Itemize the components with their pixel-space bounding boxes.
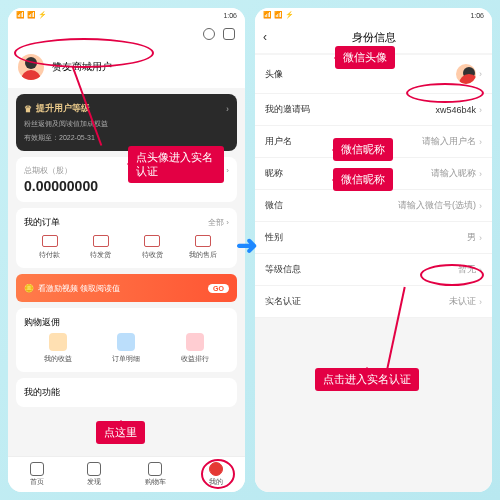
nav-home[interactable]: 首页 (30, 462, 44, 487)
username: 赞友商城用户 (52, 60, 112, 74)
order-pending-ship[interactable]: 待发货 (75, 235, 126, 260)
row-avatar[interactable]: 头像› (255, 55, 492, 94)
row-gender[interactable]: 性别男› (255, 222, 492, 254)
transition-arrow: ➜ (236, 230, 258, 261)
equity-card: 总期权（股）明细 › 0.00000000 (16, 157, 237, 202)
func-card: 我的功能 (16, 378, 237, 407)
user-row[interactable]: 赞友商城用户 (8, 46, 245, 88)
phone-right: 📶 📶 ⚡1:06 ‹ 身份信息 头像› 我的邀请码xw546b4k› 用户名请… (255, 8, 492, 492)
order-pending-recv[interactable]: 待收货 (127, 235, 178, 260)
crown-icon: ♛ (24, 104, 32, 114)
rebate-detail[interactable]: 订单明细 (112, 333, 140, 364)
chat-icon[interactable] (203, 28, 215, 40)
back-icon[interactable]: ‹ (263, 30, 267, 44)
row-realname[interactable]: 实名认证未认证› (255, 286, 492, 318)
info-list: 头像› 我的邀请码xw546b4k› 用户名请输入用户名› 昵称请输入昵称› 微… (255, 55, 492, 318)
video-banner[interactable]: 🪙 看激励视频 领取阅读值 GO (16, 274, 237, 302)
page-title: 身份信息 (352, 31, 396, 43)
row-level[interactable]: 等级信息暂无› (255, 254, 492, 286)
upgrade-card[interactable]: ♛提升用户等级› 粉丝返佣及阅读值加成权益 有效期至：2022-05-31 (16, 94, 237, 151)
bottom-nav: 首页 发现 购物车 我的 (8, 456, 245, 492)
app-home: 赞友商城用户 ♛提升用户等级› 粉丝返佣及阅读值加成权益 有效期至：2022-0… (8, 22, 245, 492)
nav-cart[interactable]: 购物车 (145, 462, 166, 487)
row-invite[interactable]: 我的邀请码xw546b4k› (255, 94, 492, 126)
scan-icon[interactable] (223, 28, 235, 40)
avatar-small (456, 64, 476, 84)
status-bar: 📶 📶 ⚡1:06 (255, 8, 492, 22)
orders-card: 我的订单全部 › 待付款 待发货 待收货 我的售后 (16, 208, 237, 268)
equity-value: 0.00000000 (24, 178, 229, 194)
rebate-rank[interactable]: 收益排行 (181, 333, 209, 364)
nav-discover[interactable]: 发现 (87, 462, 101, 487)
page-header: ‹ 身份信息 (255, 22, 492, 53)
row-username[interactable]: 用户名请输入用户名› (255, 126, 492, 158)
go-button[interactable]: GO (208, 284, 229, 293)
order-pending-pay[interactable]: 待付款 (24, 235, 75, 260)
row-nickname[interactable]: 昵称请输入昵称› (255, 158, 492, 190)
status-bar: 📶 📶 ⚡1:06 (8, 8, 245, 22)
phone-left: 📶 📶 ⚡1:06 赞友商城用户 ♛提升用户等级› 粉丝返佣及阅读值加成权益 有… (8, 8, 245, 492)
rebate-card: 购物返佣 我的收益 订单明细 收益排行 (16, 308, 237, 372)
coin-icon: 🪙 (24, 284, 34, 293)
rebate-income[interactable]: 我的收益 (44, 333, 72, 364)
order-aftersale[interactable]: 我的售后 (178, 235, 229, 260)
avatar[interactable] (18, 54, 44, 80)
row-wechat[interactable]: 微信请输入微信号(选填)› (255, 190, 492, 222)
nav-mine[interactable]: 我的 (209, 462, 223, 487)
